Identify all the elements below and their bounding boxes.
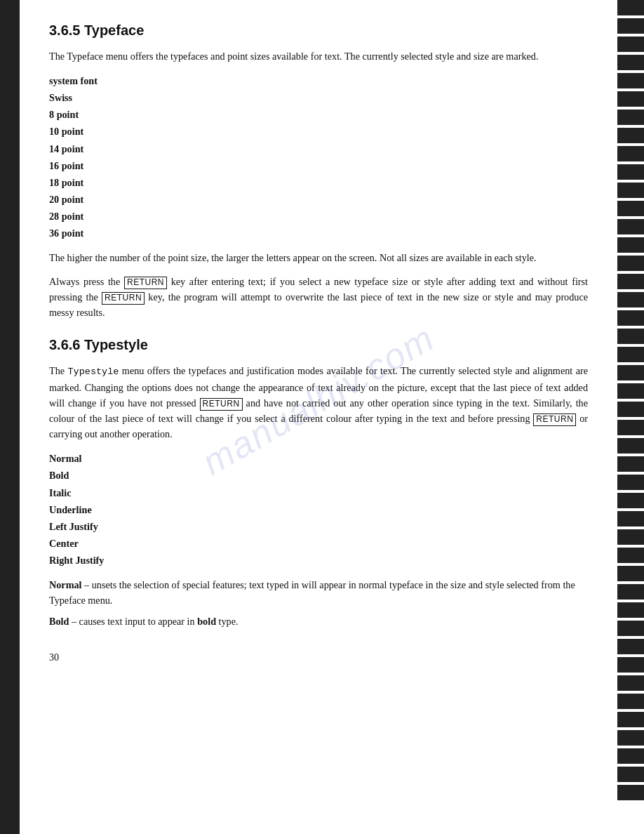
def-bold-example: bold xyxy=(197,616,216,627)
notch xyxy=(617,657,644,673)
list-item: 36 point xyxy=(49,225,588,241)
notch xyxy=(617,183,644,198)
notch xyxy=(617,456,644,472)
notch xyxy=(617,329,644,344)
term-normal: Normal xyxy=(49,579,82,590)
list-item: Normal xyxy=(49,450,588,467)
notch xyxy=(617,164,644,180)
definition-bold: Bold – causes text input to appear in bo… xyxy=(49,614,588,629)
notch xyxy=(617,493,644,508)
section-typeface-heading: 3.6.5 Typeface xyxy=(49,20,588,41)
notch xyxy=(617,767,644,782)
list-item: Italic xyxy=(49,484,588,501)
def-bold-end: type. xyxy=(216,616,239,627)
definition-normal: Normal – unsets the selection of special… xyxy=(49,577,588,608)
notch xyxy=(617,475,644,490)
list-item: 10 point xyxy=(49,123,588,140)
def-normal-sep: – xyxy=(82,579,92,590)
notch xyxy=(617,602,644,618)
list-item: Left Justify xyxy=(49,518,588,535)
notch xyxy=(617,219,644,234)
typestyle-intro-text1: The xyxy=(49,365,68,376)
typeface-menu-list: system font Swiss 8 point 10 point 14 po… xyxy=(49,72,588,241)
notch xyxy=(617,438,644,454)
return-key-1: RETURN xyxy=(124,277,167,289)
list-item: 18 point xyxy=(49,174,588,191)
notch xyxy=(617,584,644,600)
list-item: Underline xyxy=(49,501,588,518)
return-key-3: RETURN xyxy=(200,398,243,411)
notch xyxy=(617,748,644,764)
list-item: Right Justify xyxy=(49,552,588,569)
definition-normal-para: Normal – unsets the selection of special… xyxy=(49,577,588,608)
notch xyxy=(617,529,644,545)
notch xyxy=(617,402,644,417)
notch xyxy=(617,383,644,399)
def-normal-text: unsets the selection of special features… xyxy=(49,579,575,606)
typeface-intro: The Typeface menu offers the typefaces a… xyxy=(49,48,588,64)
notch xyxy=(617,237,644,253)
list-item: 28 point xyxy=(49,208,588,225)
list-item: 8 point xyxy=(49,106,588,123)
left-border xyxy=(0,0,20,834)
definition-bold-para: Bold – causes text input to appear in bo… xyxy=(49,614,588,629)
list-item: Swiss xyxy=(49,89,588,106)
notch xyxy=(617,730,644,746)
def-bold-text: causes text input to appear in xyxy=(79,616,198,627)
typeface-body2: Always press the RETURN key after enteri… xyxy=(49,274,588,320)
notch xyxy=(617,785,644,800)
notch xyxy=(617,365,644,380)
return-key-2: RETURN xyxy=(102,292,145,305)
notch xyxy=(617,310,644,326)
typeface-body2-text1: Always press the xyxy=(49,276,124,287)
notch xyxy=(617,201,644,216)
notch xyxy=(617,274,644,289)
return-key-4: RETURN xyxy=(533,413,576,426)
notch xyxy=(617,639,644,654)
notch xyxy=(617,256,644,271)
typestyle-code: Typestyle xyxy=(68,366,119,377)
def-bold-sep: – xyxy=(69,616,79,627)
notch xyxy=(617,0,644,15)
list-item: 14 point xyxy=(49,140,588,157)
list-item: Bold xyxy=(49,467,588,484)
notch xyxy=(617,18,644,34)
right-notches xyxy=(617,0,644,834)
typeface-body1: The higher the number of the point size,… xyxy=(49,250,588,265)
notch xyxy=(617,73,644,88)
notch xyxy=(617,420,644,435)
list-item: 20 point xyxy=(49,191,588,208)
list-item: 16 point xyxy=(49,157,588,174)
notch xyxy=(617,292,644,307)
term-bold: Bold xyxy=(49,616,69,627)
notch xyxy=(617,146,644,161)
main-content: manualhiv.com 3.6.5 Typeface The Typefac… xyxy=(20,0,617,834)
notch xyxy=(617,55,644,70)
notch xyxy=(617,694,644,709)
list-item: system font xyxy=(49,72,588,89)
notch xyxy=(617,712,644,727)
typestyle-menu-list: Normal Bold Italic Underline Left Justif… xyxy=(49,450,588,569)
page-number: 30 xyxy=(49,650,588,666)
notch xyxy=(617,128,644,143)
right-border xyxy=(617,0,644,834)
notch xyxy=(617,91,644,107)
notch xyxy=(617,675,644,691)
notch xyxy=(617,511,644,527)
notch xyxy=(617,110,644,125)
notch xyxy=(617,621,644,636)
notch xyxy=(617,566,644,581)
notch xyxy=(617,548,644,563)
notch xyxy=(617,37,644,52)
typestyle-intro: The Typestyle menu offers the typefaces … xyxy=(49,363,588,442)
list-item: Center xyxy=(49,535,588,552)
notch xyxy=(617,347,644,362)
section-typestyle-heading: 3.6.6 Typestyle xyxy=(49,334,588,356)
page: manualhiv.com 3.6.5 Typeface The Typefac… xyxy=(0,0,644,834)
